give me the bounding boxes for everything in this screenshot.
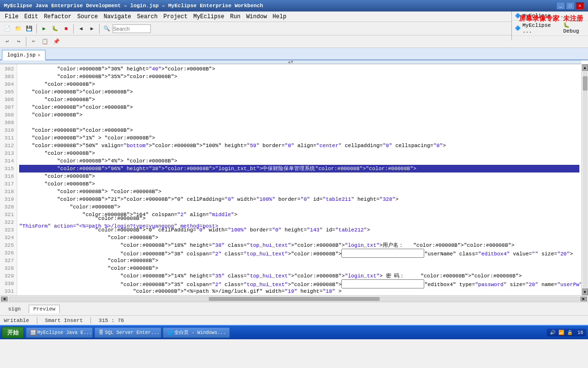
menu-file[interactable]: File bbox=[2, 12, 22, 21]
redo-button[interactable]: ↪ bbox=[13, 36, 24, 47]
code-line[interactable]: "color:#00008B"> bbox=[19, 234, 579, 242]
status-insert-mode: Smart Insert bbox=[45, 318, 83, 323]
line-number: 324 bbox=[3, 234, 14, 242]
forward-button[interactable]: ▶ bbox=[87, 23, 97, 34]
menu-refactor[interactable]: Refactor bbox=[41, 12, 75, 21]
code-line[interactable]: "color:#00008B">"96%" height="38">"color… bbox=[19, 165, 579, 172]
minimize-button[interactable]: _ bbox=[556, 2, 565, 10]
code-line[interactable]: "color:#00008B"> bbox=[19, 203, 579, 211]
start-button[interactable]: 开始 bbox=[2, 327, 24, 338]
tab-close-button[interactable]: ✕ bbox=[37, 52, 40, 58]
line-number: 313 bbox=[3, 150, 14, 157]
menu-source[interactable]: Source bbox=[74, 12, 101, 21]
menu-edit[interactable]: Edit bbox=[22, 12, 41, 21]
window-title: MyEclipse Java Enterprise Development – … bbox=[4, 3, 263, 9]
taskbar-label-1: MyEclipse Java E... bbox=[37, 330, 92, 335]
bottom-tab-sign[interactable]: sign bbox=[4, 305, 25, 313]
line-number: 331 bbox=[3, 288, 14, 295]
tab-login-jsp[interactable]: login.jsp ✕ bbox=[2, 50, 45, 60]
save-button[interactable]: 💾 bbox=[24, 23, 34, 34]
open-button[interactable]: 📁 bbox=[13, 23, 23, 34]
code-line[interactable]: "color:#00008B"> bbox=[19, 180, 579, 188]
back-button[interactable]: ◀ bbox=[76, 23, 86, 34]
line-number: 307 bbox=[3, 104, 14, 111]
code-line[interactable]: "color:#00008B">"35%">"color:#00008B"> bbox=[19, 73, 579, 80]
scroll-up-button[interactable]: ▲ bbox=[582, 64, 588, 71]
code-line[interactable]: "color:#00008B"> bbox=[19, 264, 579, 272]
toolbar-main: 📄 📁 💾 ▶ 🐛 ■ ◀ ▶ 🔍 bbox=[0, 22, 588, 35]
code-line[interactable]: "color:#00008B"> bbox=[19, 257, 579, 264]
tab-label: login.jsp bbox=[7, 52, 35, 58]
taskbar-label-2: SQL Server Enter... bbox=[105, 330, 159, 335]
search-icon[interactable]: 🔍 bbox=[102, 23, 112, 34]
scroll-thumb[interactable] bbox=[583, 76, 588, 91]
code-line[interactable]: "color:#00008B">"0" cellPadding="0" widt… bbox=[19, 226, 579, 234]
window-controls[interactable]: _ □ ✕ bbox=[556, 2, 584, 10]
close-button[interactable]: ✕ bbox=[576, 2, 584, 10]
sep-1 bbox=[36, 24, 37, 34]
line-number: 318 bbox=[3, 188, 14, 196]
copy-button[interactable]: 📋 bbox=[40, 36, 50, 47]
scroll-track bbox=[583, 71, 588, 288]
taskbar-items: 🪟 MyEclipse Java E... 🗄 SQL Server Enter… bbox=[26, 327, 230, 338]
stop-button[interactable]: ■ bbox=[61, 23, 71, 34]
debug-button[interactable]: 🐛 bbox=[50, 23, 60, 34]
menu-navigate[interactable]: Navigate bbox=[101, 12, 134, 21]
status-sep-1 bbox=[37, 317, 37, 324]
watermark: 屏幕录像专家 未注册 bbox=[519, 14, 583, 23]
scroll-left-button[interactable]: ◀ bbox=[1, 297, 8, 301]
taskbar-item-1[interactable]: 🪟 MyEclipse Java E... bbox=[26, 327, 93, 338]
code-line[interactable]: "color:#00008B"> bbox=[19, 150, 579, 157]
status-sep-2 bbox=[90, 317, 91, 324]
code-line[interactable]: "color:#00008B">"50%" valign="bottom">"c… bbox=[19, 142, 579, 150]
toolbar-secondary: ↩ ↪ ✂ 📋 📌 bbox=[0, 35, 588, 48]
code-line[interactable]: "color:#00008B">"38" colspan="2" class="… bbox=[19, 249, 579, 257]
code-editor[interactable]: "color:#00008B">"30%" height="40">"color… bbox=[17, 64, 581, 295]
code-line[interactable] bbox=[19, 119, 579, 126]
taskbar-item-3[interactable]: 🌐 全白页 - Windows... bbox=[163, 327, 230, 338]
run-button[interactable]: ▶ bbox=[39, 23, 49, 34]
split-bar[interactable]: ▲▼ bbox=[0, 60, 581, 64]
code-line[interactable]: "color:#00008B"> bbox=[19, 172, 579, 180]
code-line[interactable]: "color:#00008B"> bbox=[19, 111, 579, 119]
bottom-panel: sign Preview bbox=[0, 302, 588, 315]
line-number: 325 bbox=[3, 242, 14, 249]
maximize-button[interactable]: □ bbox=[566, 2, 575, 10]
undo-button[interactable]: ↩ bbox=[2, 36, 12, 47]
line-number: 304 bbox=[3, 80, 14, 88]
code-line[interactable]: "color:#00008B">"ThisForm" action="<%=pa… bbox=[19, 218, 579, 226]
scroll-down-button[interactable]: ▼ bbox=[582, 288, 588, 295]
menu-search[interactable]: Search bbox=[134, 12, 160, 21]
menu-myeclipse[interactable]: MyEclipse bbox=[191, 12, 227, 21]
line-number: 323 bbox=[3, 226, 14, 234]
paste-button[interactable]: 📌 bbox=[51, 36, 62, 47]
code-line[interactable]: "color:#00008B">"21">"color:#00008B">"0"… bbox=[19, 196, 579, 203]
code-line[interactable]: "color:#00008B">"color:#00008B"> bbox=[19, 126, 579, 134]
h-scroll-thumb[interactable] bbox=[209, 297, 380, 301]
menu-project[interactable]: Project bbox=[160, 12, 190, 21]
menu-help[interactable]: Help bbox=[270, 12, 289, 21]
bottom-tab-preview[interactable]: Preview bbox=[29, 305, 59, 313]
code-line[interactable]: "color:#00008B">"1%" > "color:#00008B"> bbox=[19, 134, 579, 142]
code-line[interactable]: "color:#00008B"> "color:#00008B"> bbox=[19, 188, 579, 196]
title-bar: MyEclipse Java Enterprise Development – … bbox=[0, 0, 588, 12]
menu-window[interactable]: Window bbox=[243, 12, 270, 21]
menu-run[interactable]: Run bbox=[227, 12, 244, 21]
toolbar-group-1: 📄 📁 💾 bbox=[2, 23, 34, 34]
new-button[interactable]: 📄 bbox=[2, 23, 12, 34]
vertical-scrollbar[interactable]: ▲ ▼ bbox=[581, 64, 588, 295]
code-line[interactable]: "color:#00008B">"color:#00008B"> bbox=[19, 88, 579, 96]
code-line[interactable]: "color:#00008B">"30%" height="40">"color… bbox=[19, 65, 579, 73]
search-input[interactable] bbox=[113, 24, 151, 33]
code-line[interactable]: "color:#00008B">"<%=path %>/img/luck.gif… bbox=[19, 288, 579, 295]
code-line[interactable]: "color:#00008B"> bbox=[19, 96, 579, 104]
code-line[interactable]: "color:#00008B">"4%"> "color:#00008B"> bbox=[19, 157, 579, 165]
cut-button[interactable]: ✂ bbox=[28, 36, 39, 47]
code-line[interactable]: "color:#00008B">"35" colspan="2" class="… bbox=[19, 280, 579, 288]
scroll-right-button[interactable]: ▶ bbox=[580, 297, 587, 301]
status-bar: Writable Smart Insert 315 : 76 bbox=[0, 315, 588, 325]
taskbar-item-2[interactable]: 🗄 SQL Server Enter... bbox=[94, 327, 161, 338]
code-line[interactable]: "color:#00008B"> bbox=[19, 80, 579, 88]
code-line[interactable]: "color:#00008B">"color:#00008B"> bbox=[19, 104, 579, 111]
line-number: 310 bbox=[3, 126, 14, 134]
